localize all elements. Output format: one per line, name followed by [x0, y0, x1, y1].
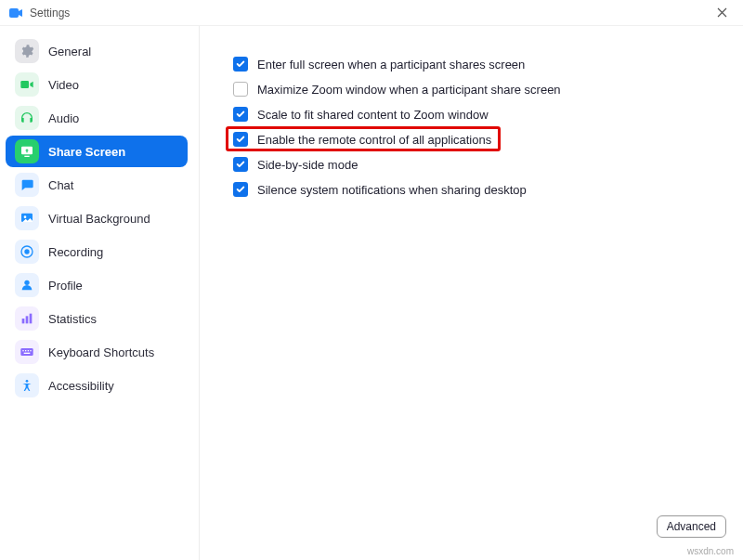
svg-rect-10 [30, 314, 33, 324]
sidebar-item-label: Recording [48, 245, 103, 259]
window-title: Settings [30, 7, 70, 20]
svg-rect-15 [30, 350, 31, 351]
checkbox-scale-fit[interactable] [233, 107, 248, 122]
sidebar-item-label: Audio [48, 111, 79, 125]
option-label: Silence system notifications when sharin… [257, 183, 527, 197]
checkbox-maximize[interactable] [233, 82, 248, 97]
general-icon [15, 39, 39, 63]
accessibility-icon [15, 373, 39, 397]
sidebar-item-video[interactable]: Video [6, 69, 188, 100]
option-row-scale-fit: Scale to fit shared content to Zoom wind… [233, 102, 721, 126]
svg-rect-0 [9, 8, 19, 18]
option-label: Scale to fit shared content to Zoom wind… [257, 108, 489, 122]
svg-point-4 [24, 215, 27, 218]
sidebar-item-keyboard-shortcuts[interactable]: Keyboard Shortcuts [6, 336, 188, 368]
sidebar-item-statistics[interactable]: Statistics [6, 303, 188, 334]
svg-rect-14 [28, 350, 29, 351]
sidebar-item-label: Video [48, 78, 79, 92]
sidebar-item-audio[interactable]: Audio [6, 102, 188, 134]
watermark: wsxdn.com [687, 546, 734, 556]
sidebar-item-label: Keyboard Shortcuts [48, 345, 154, 359]
sidebar-item-label: Statistics [48, 312, 97, 326]
titlebar: Settings [0, 0, 743, 26]
svg-rect-8 [22, 319, 25, 323]
sidebar-item-chat[interactable]: Chat [6, 169, 188, 201]
svg-rect-13 [25, 350, 26, 351]
svg-rect-16 [24, 353, 31, 354]
keyboard-shortcuts-icon [15, 340, 39, 364]
video-icon [15, 72, 39, 97]
sidebar-item-label: Virtual Background [48, 212, 150, 226]
option-label: Enable the remote control of all applica… [257, 133, 491, 147]
sidebar-item-label: Share Screen [48, 145, 125, 159]
chat-icon [15, 173, 39, 197]
option-label: Side-by-side mode [257, 158, 358, 172]
sidebar-item-label: General [48, 45, 91, 59]
svg-rect-9 [26, 316, 29, 323]
share-screen-icon [15, 139, 39, 163]
svg-rect-1 [20, 81, 29, 88]
close-button[interactable] [708, 0, 736, 26]
option-label: Maximize Zoom window when a participant … [257, 83, 561, 97]
sidebar-item-recording[interactable]: Recording [6, 236, 188, 267]
statistics-icon [15, 306, 39, 331]
sidebar-item-general[interactable]: General [6, 35, 188, 67]
svg-point-7 [24, 280, 29, 285]
option-row-remote-control: Enable the remote control of all applica… [233, 127, 721, 151]
advanced-button[interactable]: Advanced [657, 515, 726, 538]
sidebar-item-accessibility[interactable]: Accessibility [6, 370, 188, 401]
checkbox-silence-notifications[interactable] [233, 182, 248, 197]
option-row-silence-notifications: Silence system notifications when sharin… [233, 177, 721, 202]
option-label: Enter full screen when a participant sha… [257, 58, 525, 72]
checkbox-remote-control[interactable] [233, 132, 248, 147]
sidebar-item-share-screen[interactable]: Share Screen [6, 136, 188, 167]
app-icon [7, 5, 24, 21]
sidebar-item-virtual-background[interactable]: Virtual Background [6, 202, 188, 234]
checkbox-side-by-side[interactable] [233, 157, 248, 172]
sidebar-item-profile[interactable]: Profile [6, 269, 188, 301]
svg-rect-11 [20, 348, 33, 356]
svg-point-6 [24, 249, 29, 254]
audio-icon [15, 106, 39, 130]
option-row-full-screen: Enter full screen when a participant sha… [233, 52, 721, 76]
option-row-side-by-side: Side-by-side mode [233, 152, 721, 176]
sidebar-item-label: Accessibility [48, 379, 114, 393]
recording-icon [15, 240, 39, 264]
profile-icon [15, 273, 39, 297]
main-panel: Enter full screen when a participant sha… [200, 26, 743, 560]
sidebar: GeneralVideoAudioShare ScreenChatVirtual… [0, 26, 200, 560]
sidebar-item-label: Profile [48, 279, 83, 293]
svg-point-17 [26, 380, 29, 383]
virtual-background-icon [15, 206, 39, 230]
checkbox-full-screen[interactable] [233, 57, 248, 72]
sidebar-item-label: Chat [48, 178, 73, 192]
option-row-maximize: Maximize Zoom window when a participant … [233, 77, 721, 101]
svg-rect-12 [22, 350, 23, 351]
